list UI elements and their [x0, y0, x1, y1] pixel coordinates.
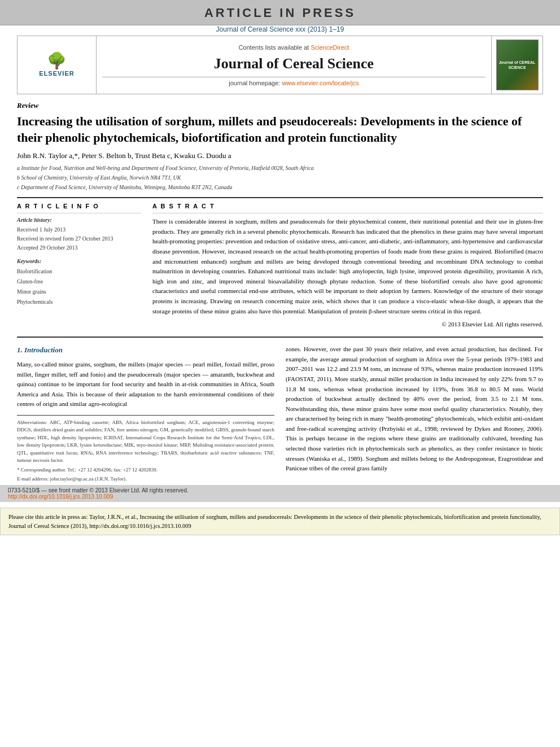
homepage-line: journal homepage: www.elsevier.com/locat…	[229, 80, 359, 86]
body-col-right: zones. However, over the past 30 years t…	[286, 344, 543, 485]
email-footnote: E-mail address: john.taylor@up.ac.za (J.…	[17, 475, 274, 483]
article-info-header: A R T I C L E I N F O	[17, 203, 141, 209]
journal-cover-area: Journal of CEREAL SCIENCE	[492, 36, 542, 94]
page: ARTICLE IN PRESS Journal of Cereal Scien…	[0, 0, 560, 747]
affiliation-c: c Department of Food Science, University…	[17, 183, 543, 191]
header-divider	[102, 77, 485, 77]
affiliation-b: b School of Chemistry, University of Eas…	[17, 173, 543, 182]
journal-ref: Journal of Cereal Science xxx (2013) 1–1…	[216, 25, 344, 33]
journal-cover-image: Journal of CEREAL SCIENCE	[496, 40, 539, 90]
main-divider	[17, 197, 543, 198]
elsevier-logo-area: 🌳 ELSEVIER	[18, 36, 97, 94]
abstract-text: There is considerable interest in sorghu…	[152, 217, 543, 316]
issn-text: 0733-5210/$ — see front matter © 2013 El…	[8, 487, 189, 493]
received-date-1: Received 1 July 2013	[17, 225, 141, 234]
keyword-minor-grains: Minor grains	[17, 287, 141, 297]
section-label: Review	[17, 101, 543, 110]
doi-link[interactable]: http://dx.doi.org/10.1016/j.jcs.2013.10.…	[8, 493, 113, 500]
affiliation-a: a Institute for Food, Nutrition and Well…	[17, 164, 543, 172]
info-abstract-columns: A R T I C L E I N F O Article history: R…	[17, 203, 543, 327]
abbreviations-footnote: Abbreviations: ABC, ATP-binding cassette…	[17, 419, 274, 465]
bottom-bar: 0733-5210/$ — see front matter © 2013 El…	[0, 485, 560, 502]
journal-header-box: 🌳 ELSEVIER Contents lists available at S…	[17, 36, 543, 94]
keyword-phytochemicals: Phytochemicals	[17, 297, 141, 307]
footnotes-area: Abbreviations: ABC, ATP-binding cassette…	[17, 415, 274, 483]
accepted-date: Accepted 29 October 2013	[17, 243, 141, 252]
authors-text: John R.N. Taylor a,*, Peter S. Belton b,…	[17, 151, 231, 160]
body-columns: 1. Introduction Many, so-called minor gr…	[17, 337, 543, 485]
body-col-left: 1. Introduction Many, so-called minor gr…	[17, 344, 274, 485]
journal-cover-text: Journal of CEREAL SCIENCE	[497, 58, 538, 72]
elsevier-brand-text: ELSEVIER	[39, 70, 74, 77]
introduction-col2-text: zones. However, over the past 30 years t…	[286, 344, 543, 474]
info-divider	[17, 213, 141, 213]
abstract-divider	[152, 213, 543, 213]
elsevier-logo: 🌳 ELSEVIER	[26, 50, 88, 81]
introduction-col1-text: Many, so-called minor grains, sorghum, t…	[17, 360, 274, 409]
keywords-label: Keywords:	[17, 258, 141, 264]
corresponding-footnote: * Corresponding author. Tel.: +27 12 420…	[17, 466, 274, 474]
abstract-header: A B S T R A C T	[152, 203, 543, 209]
main-content: Review Increasing the utilisation of sor…	[0, 101, 560, 485]
citation-text: Please cite this article in press as: Ta…	[8, 514, 541, 529]
abstract-column: A B S T R A C T There is considerable in…	[152, 203, 543, 327]
received-revised: Received in revised form 27 October 2013	[17, 234, 141, 243]
article-in-press-banner: ARTICLE IN PRESS	[0, 0, 560, 25]
sciencedirect-link[interactable]: ScienceDirect	[310, 44, 349, 51]
keyword-gluten-free: Gluten-free	[17, 277, 141, 287]
affiliations: a Institute for Food, Nutrition and Well…	[17, 164, 543, 191]
journal-title-main: Journal of Cereal Science	[214, 55, 374, 72]
sciencedirect-line: Contents lists available at ScienceDirec…	[239, 44, 349, 51]
article-info-column: A R T I C L E I N F O Article history: R…	[17, 203, 141, 327]
homepage-link[interactable]: www.elsevier.com/locate/jcs	[282, 80, 358, 86]
journal-title-area: Contents lists available at ScienceDirec…	[97, 36, 492, 94]
elsevier-tree-icon: 🌳	[47, 53, 67, 69]
authors-line: John R.N. Taylor a,*, Peter S. Belton b,…	[17, 151, 543, 160]
copyright-line: © 2013 Elsevier Ltd. All rights reserved…	[152, 321, 543, 327]
journal-ref-line: Journal of Cereal Science xxx (2013) 1–1…	[0, 25, 560, 33]
citation-box: Please cite this article in press as: Ta…	[0, 508, 560, 536]
article-in-press-text: ARTICLE IN PRESS	[204, 6, 356, 20]
introduction-title: 1. Introduction	[17, 344, 274, 356]
keyword-biofortification: Biofortification	[17, 267, 141, 277]
article-title: Increasing the utilisation of sorghum, m…	[17, 113, 543, 146]
history-label: Article history:	[17, 217, 141, 223]
